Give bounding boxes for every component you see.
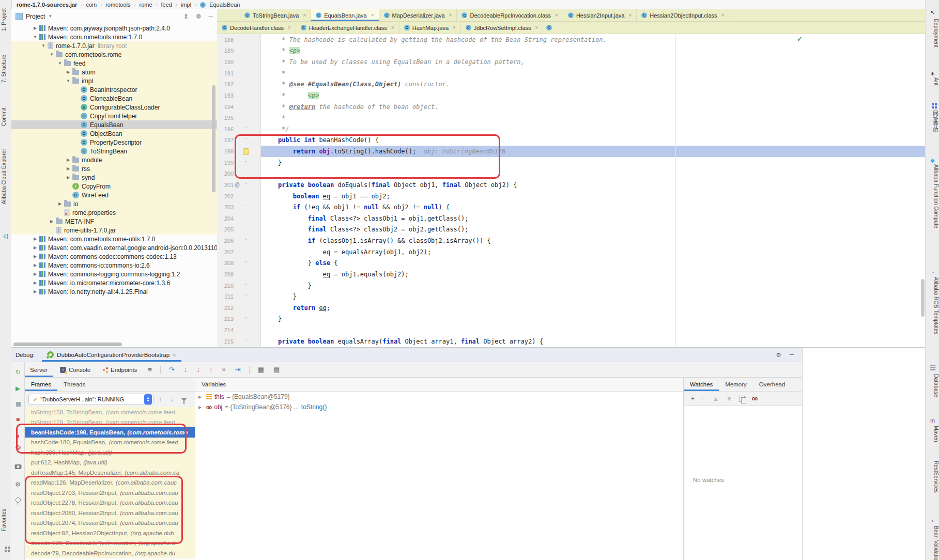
editor-tab[interactable]: CMapDeserializer.java× [379, 9, 457, 21]
editor-tab[interactable]: CToStringBean.java× [240, 9, 311, 21]
chevron-down-icon[interactable]: ▼ [48, 14, 52, 19]
fold-marker-icon[interactable]: ˇ [241, 182, 251, 188]
code-line[interactable]: 211ˆ } [217, 291, 925, 302]
dropdown-stepper-icon[interactable]: ▲▼ [144, 394, 152, 405]
tab-close-icon[interactable]: × [391, 25, 394, 30]
code-text[interactable]: * @return the hashcode of the bean objec… [261, 101, 925, 113]
remove-watch-icon[interactable]: − [702, 395, 705, 402]
tab-close-icon[interactable]: × [453, 25, 456, 30]
stack-frame-row[interactable]: beanHashCode:198, EqualsBean,(com.rometo… [25, 427, 195, 438]
tree-row[interactable]: CPropertyDescriptor [11, 138, 217, 147]
tab-threads[interactable]: Threads [57, 378, 91, 391]
code-line[interactable]: 203ˇ if (!eq && obj1 != null && obj2 != … [217, 201, 925, 213]
tree-row[interactable]: ▶Maven: commons-codec:commons-codec:1.13 [11, 252, 217, 261]
tab-overhead[interactable]: Overhead [753, 378, 792, 391]
tree-row[interactable]: CWireFeed [11, 191, 217, 199]
tree-row[interactable]: ▶Maven: commons-logging:commons-logging:… [11, 270, 217, 278]
tree-row[interactable]: ▶Maven: io.netty:netty-all:4.1.25.Final [11, 287, 217, 296]
editor-tab[interactable]: CJdbcRowSetImpl.class× [461, 22, 544, 34]
step-over-icon[interactable]: ↷ [165, 366, 178, 374]
editor-tab[interactable]: C [543, 22, 555, 34]
code-text[interactable]: if (!eq && obj1 != null && obj2 != null)… [261, 201, 925, 213]
tab-memory[interactable]: Memory [719, 378, 753, 391]
code-text[interactable] [261, 324, 925, 336]
editor-tab[interactable]: CDecodeableRpcInvocation.class× [457, 9, 563, 21]
tree-row[interactable]: ▶io [11, 199, 217, 208]
thread-dropdown[interactable]: ✓ "DubboServerH...ain": RUNNING ▲▼ [28, 394, 153, 405]
frame-down-icon[interactable]: ↓ [167, 396, 176, 403]
code-line[interactable]: 197ˇ public int beanHashCode() { [217, 135, 925, 146]
code-text[interactable]: * To be used by classes using EqualsBean… [261, 56, 925, 68]
step-out-icon[interactable]: ↑ [206, 366, 217, 374]
code-text[interactable]: * @see #EqualsBean(Class,Object) constru… [261, 79, 925, 90]
duplicate-watch-icon[interactable] [740, 396, 745, 402]
sidebar-item-database[interactable]: Database [926, 374, 939, 397]
code-line[interactable]: 208ˆ } else { [217, 258, 925, 269]
sidebar-item-maven[interactable]: Maven [926, 426, 939, 442]
sidebar-item-1-project[interactable]: 1: Project [1, 8, 12, 31]
fold-marker-icon[interactable]: ˇ [241, 339, 251, 344]
code-line[interactable]: 199ˆ } [217, 157, 925, 168]
debug-tab-server[interactable]: Server [25, 362, 53, 377]
pin-icon[interactable] [16, 497, 21, 503]
layout-settings-icon[interactable]: ▤ [270, 366, 283, 374]
maven-icon[interactable]: m [930, 417, 935, 424]
sidebar-item-7-structure[interactable]: 7: Structure [1, 55, 12, 83]
code-line[interactable]: 202 boolean eq = obj1 == obj2; [217, 191, 925, 202]
code-line[interactable]: 200 [217, 168, 925, 180]
stack-frame-row[interactable]: readObject:92, Hessian2ObjectInput,(org.… [25, 528, 195, 538]
move-down-icon[interactable]: ▼ [726, 395, 732, 402]
tree-row[interactable]: CObjectBean [11, 129, 217, 138]
tree-row[interactable]: CToStringBean [11, 147, 217, 155]
debug-tab-endpoints[interactable]: Endpoints [98, 362, 142, 377]
code-line[interactable]: 193 * <p> [217, 90, 925, 101]
add-watch-icon[interactable]: + [691, 395, 695, 402]
tab-close-icon[interactable]: × [628, 12, 632, 18]
breadcrumb-item[interactable]: rome-1.7.0-sources.jar [17, 2, 77, 8]
code-text[interactable]: } else { [261, 258, 925, 269]
code-text[interactable]: } [261, 314, 925, 325]
drop-frame-icon[interactable]: × [218, 366, 229, 374]
view-breakpoints-icon[interactable]: ● [16, 432, 20, 440]
menu-icon[interactable]: ≡ [144, 366, 156, 374]
alibaba-function-compute-icon[interactable]: ◆ [930, 157, 934, 164]
stack-frame-row[interactable]: readMap:126, MapDeserializer,(com.alibab… [25, 478, 195, 488]
grid-icon[interactable] [5, 547, 7, 549]
editor-tab[interactable]: CDecodeHandler.class× [217, 22, 296, 34]
code-line[interactable]: 189 * <p> [217, 45, 925, 57]
ant-icon[interactable]: ∗ [930, 70, 935, 77]
tab-close-icon[interactable]: × [721, 12, 725, 18]
code-line[interactable]: 194 * @return the hashcode of the bean o… [217, 101, 925, 113]
tree-row[interactable]: CCopyFromHelper [11, 112, 217, 120]
stack-frame-row[interactable]: decode:139, DecodeableRpcInvocation,(org… [25, 538, 195, 549]
horizontal-scrollbar-thumb[interactable] [13, 343, 122, 346]
sidebar-item-alibaba-cloud-explorer[interactable]: Alibaba Cloud Explorer [1, 149, 12, 204]
code-line[interactable]: 191 * [217, 68, 925, 79]
sidebar-item-bean-validation[interactable]: Bean Validation [926, 526, 939, 560]
code-text[interactable]: private boolean equalsArray(final Object… [261, 336, 925, 347]
tab-close-icon[interactable]: × [288, 25, 291, 30]
code-text[interactable]: * [261, 68, 925, 79]
tree-row[interactable]: ▶Maven: com.jayway.jsonpath:json-path:2.… [11, 24, 217, 33]
sidebar-item-commit[interactable]: Commit [1, 107, 12, 126]
resume-icon[interactable]: ▶ [16, 385, 20, 392]
tab-watches[interactable]: Watches [684, 378, 719, 391]
tree-row[interactable]: ICopyFrom [11, 182, 217, 191]
variable-row[interactable]: ▶this= {EqualsBean@5179} [195, 392, 683, 402]
code-line[interactable]: 210ˆ } [217, 280, 925, 291]
fold-marker-icon[interactable]: ˆ [241, 283, 251, 288]
tree-row[interactable]: ▶Maven: commons-io:commons-io:2.6 [11, 261, 217, 270]
stack-frame-row[interactable]: hashCode:180, EqualsBean,(com.rometools.… [25, 438, 195, 448]
stack-frame-row[interactable]: decode:79, DecodeableRpcInvocation,(org.… [25, 548, 195, 558]
tree-row[interactable]: ▶synd [11, 173, 217, 182]
stack-frame-row[interactable]: put:612, HashMap,(java.util) [25, 458, 195, 468]
tree-expand-icon[interactable]: ▶ [31, 263, 39, 268]
pause-icon[interactable]: ▮▮ [16, 400, 20, 408]
close-icon[interactable]: × [173, 352, 176, 358]
tree-row[interactable]: ▼com.rometools.rome [11, 50, 217, 59]
tab-close-icon[interactable]: × [449, 12, 452, 18]
tree-expand-icon[interactable]: ▶ [31, 237, 39, 241]
code-text[interactable]: } [261, 280, 925, 291]
breadcrumb-item[interactable]: rometools [105, 2, 130, 8]
settings-icon[interactable]: ⚙ [196, 13, 202, 20]
